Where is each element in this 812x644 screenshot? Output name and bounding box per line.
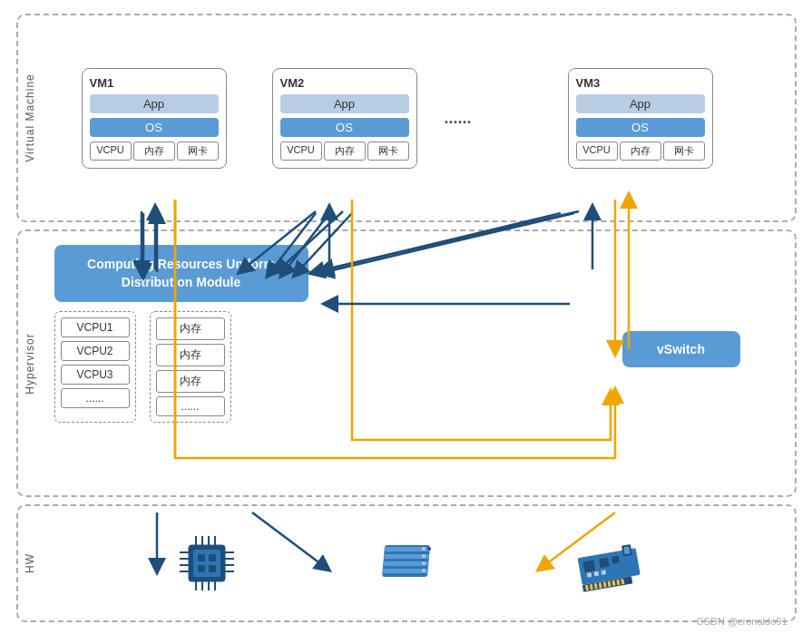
watermark: CSDN @cronaldo91 bbox=[697, 616, 788, 627]
vm3-title: VM3 bbox=[576, 76, 601, 90]
vcpu1: VCPU1 bbox=[61, 317, 130, 337]
svg-rect-29 bbox=[198, 565, 205, 572]
mem-dots: ...... bbox=[156, 396, 225, 416]
vm1-mem: 内存 bbox=[133, 141, 175, 161]
vm3-os: OS bbox=[576, 118, 705, 137]
vcpu-dots: ...... bbox=[61, 388, 130, 408]
vm-section: Virtual Machine VM1 App OS VCPU 内存 网卡 VM… bbox=[16, 14, 797, 222]
cru-module: Computing Resources Uniform Distribution… bbox=[54, 245, 308, 302]
vm2-os: OS bbox=[280, 118, 409, 137]
vm-label: Virtual Machine bbox=[24, 73, 36, 162]
svg-point-38 bbox=[422, 554, 426, 558]
vm2-vcpu: VCPU bbox=[280, 141, 322, 161]
vm1-vcpu: VCPU bbox=[90, 141, 132, 161]
vm3-app: App bbox=[576, 94, 705, 113]
svg-rect-54 bbox=[582, 560, 595, 572]
svg-rect-56 bbox=[611, 555, 620, 563]
vcpu3: VCPU3 bbox=[61, 365, 130, 385]
cpu-svg bbox=[175, 532, 239, 595]
svg-rect-28 bbox=[209, 554, 216, 561]
vm1-os: OS bbox=[90, 118, 219, 137]
vswitch-box: vSwitch bbox=[622, 331, 740, 367]
svg-rect-27 bbox=[198, 554, 205, 561]
vcpu2: VCPU2 bbox=[61, 341, 130, 361]
network-card-svg bbox=[573, 534, 646, 593]
vm1-box: VM1 App OS VCPU 内存 网卡 bbox=[82, 68, 227, 169]
hypervisor-label: Hypervisor bbox=[24, 333, 36, 394]
vm1-app: App bbox=[90, 94, 219, 113]
svg-rect-30 bbox=[209, 565, 216, 572]
cpu-icon bbox=[175, 532, 239, 595]
vm3-nic: 网卡 bbox=[663, 141, 705, 161]
diagram-container: Virtual Machine VM1 App OS VCPU 内存 网卡 VM… bbox=[16, 14, 797, 630]
svg-rect-34 bbox=[383, 561, 428, 566]
svg-rect-10 bbox=[193, 550, 220, 577]
storage-icon bbox=[372, 532, 440, 595]
vm3-box: VM3 App OS VCPU 内存 网卡 bbox=[568, 68, 713, 169]
svg-rect-58 bbox=[593, 571, 599, 576]
vm3-vcpu: VCPU bbox=[576, 141, 618, 161]
mem3: 内存 bbox=[156, 370, 225, 393]
svg-rect-59 bbox=[601, 570, 606, 575]
vm2-nic: 网卡 bbox=[367, 141, 409, 161]
mem1: 内存 bbox=[156, 317, 225, 340]
svg-point-39 bbox=[422, 561, 426, 565]
svg-point-40 bbox=[422, 569, 426, 572]
storage-svg bbox=[372, 532, 440, 595]
hypervisor-section: Hypervisor Computing Resources Uniform D… bbox=[16, 229, 797, 497]
vm3-mem: 内存 bbox=[620, 141, 661, 161]
svg-rect-55 bbox=[599, 557, 610, 568]
mem2: 内存 bbox=[156, 344, 225, 366]
vm2-box: VM2 App OS VCPU 内存 网卡 bbox=[272, 68, 417, 169]
vswitch-label: vSwitch bbox=[657, 342, 705, 356]
cru-line2: Distribution Module bbox=[122, 275, 240, 289]
cru-line1: Computing Resources Uniform bbox=[87, 257, 275, 271]
svg-point-37 bbox=[427, 547, 431, 551]
vm2-resources: VCPU 内存 网卡 bbox=[280, 141, 409, 161]
vm2-title: VM2 bbox=[280, 76, 305, 90]
vm2-mem: 内存 bbox=[324, 141, 366, 161]
vm1-title: VM1 bbox=[90, 76, 114, 90]
mem-group: 内存 内存 内存 ...... bbox=[150, 311, 231, 423]
hw-section: HW bbox=[16, 504, 797, 622]
vm1-resources: VCPU 内存 网卡 bbox=[90, 141, 219, 161]
hw-label: HW bbox=[24, 553, 36, 573]
vm2-app: App bbox=[280, 94, 409, 113]
vm-ellipsis: ...... bbox=[435, 109, 481, 128]
svg-rect-57 bbox=[587, 571, 592, 577]
vcpu-group: VCPU1 VCPU2 VCPU3 ...... bbox=[54, 311, 136, 423]
vm1-nic: 网卡 bbox=[177, 141, 219, 161]
svg-rect-35 bbox=[382, 569, 427, 573]
network-card-icon bbox=[573, 534, 646, 593]
vm3-resources: VCPU 内存 网卡 bbox=[576, 141, 705, 161]
svg-point-36 bbox=[422, 547, 426, 551]
